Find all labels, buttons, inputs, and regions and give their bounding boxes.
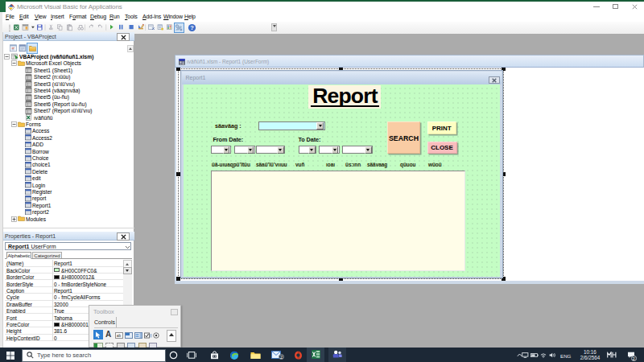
svg-text:?: ? xyxy=(190,24,194,31)
